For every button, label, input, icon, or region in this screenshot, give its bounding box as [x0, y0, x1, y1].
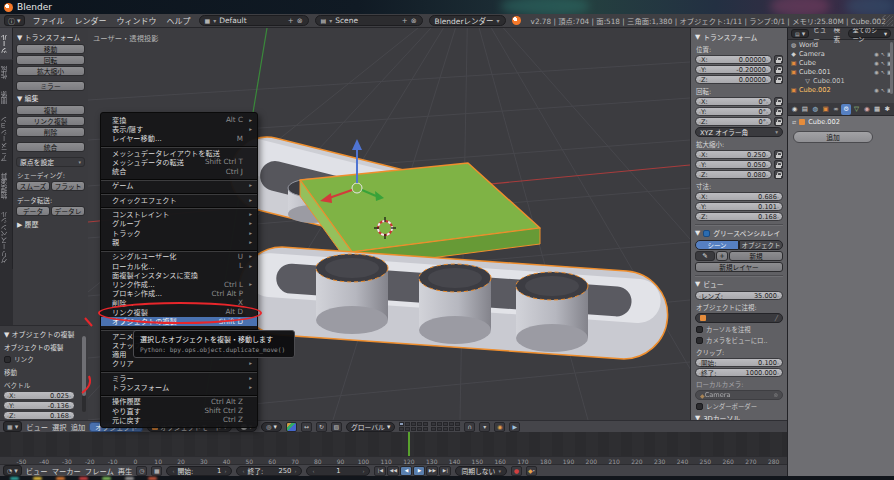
gp-new-layer-button[interactable]: 新規レイヤー — [695, 262, 783, 272]
menu-item[interactable]: メッシュデータレイアウトを転送 ▸ — [101, 148, 257, 157]
properties-tab-icon[interactable]: ◉ — [790, 104, 799, 115]
cursor-lock-row[interactable]: カーソルを注視 — [696, 325, 783, 334]
menu-item[interactable]: 面複製インスタンスに変換 ▸ — [101, 270, 257, 279]
translate-manipulator[interactable]: ↔ — [301, 422, 312, 432]
link-checkbox[interactable] — [4, 356, 11, 363]
rotation-field[interactable]: ‹Z:0°› — [695, 117, 772, 126]
taskbar-icon[interactable] — [125, 477, 134, 480]
render-opengl-anim-button[interactable]: ▶ — [509, 422, 520, 432]
taskbar-icon[interactable] — [102, 477, 111, 480]
editor-type-button[interactable]: ◔▾ — [3, 465, 22, 476]
view-menu[interactable]: ビュー — [26, 422, 48, 432]
record-button[interactable]: ● — [511, 466, 522, 476]
vector-field[interactable]: ‹Z:0.168› — [3, 411, 75, 420]
layer-cell[interactable] — [449, 422, 454, 426]
playback-button[interactable]: ◀ — [400, 466, 412, 476]
scale-field[interactable]: ‹X:0.250› — [695, 150, 772, 159]
timeline-marker-menu[interactable]: マーカー — [52, 466, 81, 476]
select-menu[interactable]: 選択 — [52, 422, 67, 432]
layer-cell[interactable] — [423, 427, 428, 431]
timeline-frame-menu[interactable]: フレーム — [85, 466, 114, 476]
cursor-lock-checkbox[interactable] — [696, 326, 703, 333]
delete-layout-button[interactable]: ⊗ — [297, 17, 303, 25]
lock-icon[interactable] — [774, 150, 783, 159]
menu-item[interactable]: ミラー ▸ — [101, 373, 257, 382]
layer-cell[interactable] — [411, 422, 416, 426]
layer-cell[interactable] — [423, 422, 428, 426]
camera-lock-checkbox[interactable] — [696, 337, 703, 344]
mirror-button[interactable]: ミラー — [16, 81, 85, 91]
camera-lock-row[interactable]: カメラをビューにロ.. — [696, 336, 783, 345]
keying-filter-icon[interactable]: ▦ — [151, 466, 162, 476]
rotation-field[interactable]: ‹Y:0°› — [695, 107, 772, 116]
menu-item[interactable]: シングルユーザー化 U ▸ — [101, 252, 257, 261]
layer-cell[interactable] — [449, 427, 454, 431]
frame-end-field[interactable]: ‹終了:250› — [236, 466, 302, 476]
vector-field[interactable]: ‹Y:-0.136› — [3, 401, 75, 410]
playback-button[interactable]: ▶| — [439, 466, 451, 476]
gp-object-button[interactable]: オブジェクト — [739, 240, 783, 250]
outliner-item[interactable]: ▽ Cube.001 ◉↖▣ — [788, 76, 894, 85]
rotate-manipulator[interactable]: ↻ — [316, 422, 327, 432]
menu-item[interactable]: コンストレイント ▸ — [101, 209, 257, 218]
scale-button[interactable]: 拡大縮小 — [16, 66, 85, 76]
taskbar-icon[interactable] — [10, 477, 19, 480]
layer-cell[interactable] — [405, 427, 410, 431]
menu-help[interactable]: ヘルプ — [165, 15, 193, 26]
dimension-field[interactable]: ‹Y:0.101› — [695, 202, 783, 211]
layer-cell[interactable] — [417, 427, 422, 431]
shelf-tab[interactable]: グリースペンシル — [0, 205, 13, 269]
scrollbar[interactable] — [82, 336, 86, 412]
section-edit[interactable]: ▼ 編集 — [17, 93, 85, 103]
link-duplicate-button[interactable]: リンク複製 — [16, 116, 85, 126]
menu-item[interactable]: 親 ▸ — [101, 237, 257, 246]
menu-item[interactable]: メッシュデータの転送 Shift Ctrl T ▸ — [101, 157, 257, 166]
local-camera-field[interactable]: ◆Camera⊗ — [695, 390, 783, 400]
lock-icon[interactable] — [774, 117, 783, 126]
menu-item[interactable]: ゲーム ▸ — [101, 181, 257, 190]
menu-item[interactable]: ローカル化... L ▸ — [101, 261, 257, 270]
menu-item[interactable]: クイックエフェクト ▸ — [101, 195, 257, 204]
lens-field[interactable]: ‹レンズ:35.000› — [695, 291, 783, 300]
view-panel-header[interactable]: ▼ ビュー — [695, 279, 783, 289]
render-border-checkbox[interactable] — [696, 403, 703, 410]
menu-item[interactable]: やり直す Shift Ctrl Z ▸ — [101, 406, 257, 415]
playback-button[interactable]: |◀ — [374, 466, 386, 476]
snap-magnet-icon[interactable]: ∩ — [464, 422, 475, 432]
set-origin-dropdown[interactable]: 原点を設定▾ — [16, 157, 85, 167]
menu-item[interactable]: グループ ▸ — [101, 219, 257, 228]
resize-grip[interactable] — [882, 15, 893, 26]
gp-checkbox[interactable] — [703, 230, 710, 237]
delete-button[interactable]: 削除 — [16, 127, 85, 137]
move-button[interactable]: 移動 — [16, 44, 85, 54]
menu-item[interactable]: 削除... X ▸ — [101, 298, 257, 307]
shelf-tab[interactable]: アニメーション — [0, 110, 13, 168]
location-field[interactable]: ‹Z:0.00000› — [695, 75, 772, 84]
orientation-dropdown[interactable]: グローバル▾ — [346, 422, 395, 432]
shelf-tab[interactable]: 関係 — [0, 85, 13, 110]
timeline-view-menu[interactable]: ビュー — [26, 466, 48, 476]
duplicate-button[interactable]: 複製 — [16, 105, 85, 115]
add-menu[interactable]: 追加 — [71, 422, 86, 432]
flat-button[interactable]: フラット — [51, 181, 85, 191]
menu-item[interactable]: プロキシ作成... Ctrl Alt P ▸ — [101, 289, 257, 298]
properties-tab-icon[interactable]: ✱ — [883, 104, 892, 115]
add-layout-button[interactable]: + — [288, 17, 294, 25]
vector-field[interactable]: ‹X:0.025› — [3, 391, 75, 400]
layer-cell[interactable] — [399, 427, 404, 431]
menu-item[interactable]: リンク複製 Alt D ▸ — [101, 307, 257, 316]
preview-range-icon[interactable]: ◷ — [136, 466, 147, 476]
location-field[interactable]: ‹X:0.00000› — [695, 55, 772, 64]
link-checkbox-row[interactable]: リンク — [4, 354, 85, 364]
properties-tab-icon[interactable]: ◉ — [862, 104, 871, 115]
layer-cell[interactable] — [431, 427, 436, 431]
menu-item[interactable]: トランスフォーム ▸ — [101, 382, 257, 391]
editor-type-button[interactable]: ⓘ▾ — [4, 15, 25, 26]
outliner-search-menu[interactable]: 検索 — [834, 28, 845, 44]
join-button[interactable]: 統合 — [16, 142, 85, 152]
playback-button[interactable]: ▶ — [413, 466, 425, 476]
rotation-mode-dropdown[interactable]: XYZ オイラー角▾ — [695, 127, 783, 137]
menu-item[interactable]: リンク作成... Ctrl L ▸ — [101, 279, 257, 288]
menu-item[interactable]: オブジェクトの複製 Shift D ▸ — [101, 317, 257, 326]
properties-tab-icon[interactable]: ▣ — [821, 104, 830, 115]
